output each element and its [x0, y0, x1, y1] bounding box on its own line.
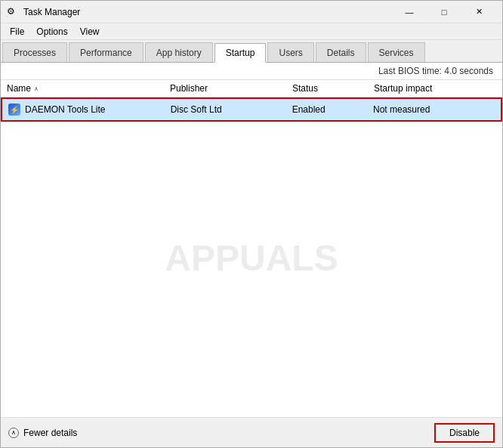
daemon-tools-icon: ⚡ — [8, 104, 20, 116]
tab-details[interactable]: Details — [316, 42, 366, 62]
menu-view[interactable]: View — [74, 25, 106, 39]
row-status-cell: Enabled — [292, 104, 373, 115]
window-title: Task Manager — [23, 7, 392, 17]
chevron-up-icon: ∧ — [8, 428, 19, 438]
disable-button[interactable]: Disable — [434, 423, 495, 443]
tab-performance[interactable]: Performance — [69, 42, 143, 62]
column-name[interactable]: Name ∧ — [7, 83, 170, 94]
tab-services[interactable]: Services — [368, 42, 425, 62]
tab-users[interactable]: Users — [267, 42, 313, 62]
sort-arrow-icon: ∧ — [34, 85, 39, 92]
footer-bar: ∧ Fewer details Disable — [1, 417, 502, 447]
column-startup-impact[interactable]: Startup impact — [374, 83, 496, 94]
row-publisher-cell: Disc Soft Ltd — [171, 104, 292, 115]
close-button[interactable]: ✕ — [461, 1, 496, 23]
menu-bar: File Options View — [1, 23, 502, 40]
bios-time-label: Last BIOS time: — [378, 66, 442, 76]
content-area: Last BIOS time: 4.0 seconds Name ∧ Publi… — [1, 63, 502, 417]
fewer-details-label: Fewer details — [23, 428, 77, 438]
tab-processes[interactable]: Processes — [2, 42, 67, 62]
table-row[interactable]: ⚡ DAEMON Tools Lite Disc Soft Ltd Enable… — [1, 97, 502, 122]
column-status[interactable]: Status — [292, 83, 374, 94]
row-name-cell: ⚡ DAEMON Tools Lite — [8, 104, 171, 116]
title-bar: ⚙ Task Manager — □ ✕ — [1, 1, 502, 23]
tabs-bar: Processes Performance App history Startu… — [1, 40, 502, 63]
app-icon: ⚙ — [7, 6, 19, 18]
bios-time-value: 4.0 seconds — [444, 66, 493, 76]
menu-file[interactable]: File — [4, 25, 30, 39]
row-impact-cell: Not measured — [373, 104, 495, 115]
bios-time-bar: Last BIOS time: 4.0 seconds — [1, 63, 502, 80]
tab-app-history[interactable]: App history — [145, 42, 213, 62]
table-header: Name ∧ Publisher Status Startup impact — [1, 80, 502, 97]
watermark: APPUALS — [165, 236, 338, 278]
maximize-button[interactable]: □ — [427, 1, 461, 23]
title-bar-buttons: — □ ✕ — [392, 1, 496, 23]
table-body: APPUALS ⚡ DAEMON Tools Lite Disc Soft Lt… — [1, 97, 502, 417]
menu-options[interactable]: Options — [30, 25, 73, 39]
fewer-details-button[interactable]: ∧ Fewer details — [8, 428, 77, 438]
tab-startup[interactable]: Startup — [214, 43, 267, 63]
minimize-button[interactable]: — — [392, 1, 427, 23]
task-manager-window: ⚙ Task Manager — □ ✕ File Options View P… — [0, 0, 503, 448]
column-publisher[interactable]: Publisher — [170, 83, 292, 94]
